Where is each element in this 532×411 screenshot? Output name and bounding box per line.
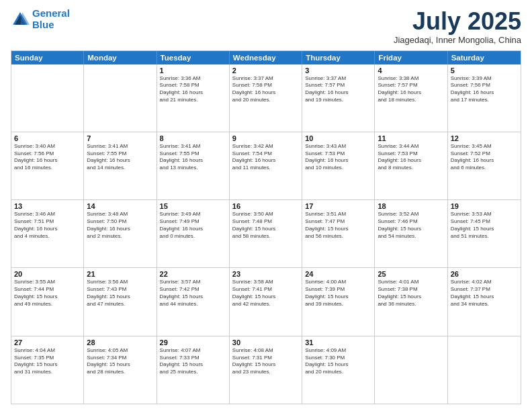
day-number: 30 [232,338,299,347]
calendar-cell: 6Sunrise: 3:40 AM Sunset: 7:56 PM Daylig… [11,132,84,199]
calendar-cell: 30Sunrise: 4:08 AM Sunset: 7:31 PM Dayli… [230,336,302,404]
calendar-cell: 28Sunrise: 4:05 AM Sunset: 7:34 PM Dayli… [84,336,157,404]
calendar-cell [84,64,157,132]
day-info: Sunrise: 4:00 AM Sunset: 7:39 PM Dayligh… [305,279,371,308]
day-info: Sunrise: 4:09 AM Sunset: 7:30 PM Dayligh… [305,347,371,376]
calendar-cell: 31Sunrise: 4:09 AM Sunset: 7:30 PM Dayli… [302,336,375,404]
day-info: Sunrise: 3:50 AM Sunset: 7:48 PM Dayligh… [232,211,299,240]
day-number: 8 [160,134,226,142]
day-number: 21 [87,270,153,278]
calendar-cell: 26Sunrise: 4:02 AM Sunset: 7:37 PM Dayli… [448,268,521,335]
day-info: Sunrise: 3:44 AM Sunset: 7:53 PM Dayligh… [378,143,444,172]
day-number: 16 [232,202,299,210]
calendar-cell: 24Sunrise: 4:00 AM Sunset: 7:39 PM Dayli… [302,268,375,335]
day-info: Sunrise: 3:41 AM Sunset: 7:55 PM Dayligh… [87,143,153,172]
calendar-cell [11,64,84,132]
calendar-cell [448,336,521,404]
day-number: 24 [305,270,371,278]
day-number: 15 [160,202,226,210]
day-header-tuesday: Tuesday [157,51,230,64]
main-title: July 2025 [394,8,521,35]
week-row-4: 20Sunrise: 3:55 AM Sunset: 7:44 PM Dayli… [11,268,521,336]
day-info: Sunrise: 4:08 AM Sunset: 7:31 PM Dayligh… [232,347,299,376]
calendar-cell: 16Sunrise: 3:50 AM Sunset: 7:48 PM Dayli… [230,200,302,267]
calendar-cell: 17Sunrise: 3:51 AM Sunset: 7:47 PM Dayli… [302,200,375,267]
day-number: 20 [14,270,81,278]
calendar-cell: 10Sunrise: 3:43 AM Sunset: 7:53 PM Dayli… [302,132,375,199]
day-number: 22 [160,270,226,278]
calendar-cell: 8Sunrise: 3:41 AM Sunset: 7:55 PM Daylig… [157,132,230,199]
day-header-monday: Monday [84,51,157,64]
title-block: July 2025 Jiagedaqi, Inner Mongolia, Chi… [394,8,521,45]
day-info: Sunrise: 3:42 AM Sunset: 7:54 PM Dayligh… [232,143,299,172]
day-number: 31 [305,338,371,347]
calendar-cell: 7Sunrise: 3:41 AM Sunset: 7:55 PM Daylig… [84,132,157,199]
day-info: Sunrise: 3:41 AM Sunset: 7:55 PM Dayligh… [160,143,226,172]
calendar-cell: 4Sunrise: 3:38 AM Sunset: 7:57 PM Daylig… [375,64,447,132]
day-info: Sunrise: 3:51 AM Sunset: 7:47 PM Dayligh… [305,211,371,240]
logo-text: General Blue [32,8,70,30]
day-info: Sunrise: 3:58 AM Sunset: 7:41 PM Dayligh… [232,279,299,308]
day-number: 7 [87,134,153,142]
day-info: Sunrise: 3:39 AM Sunset: 7:56 PM Dayligh… [451,75,518,104]
day-number: 5 [451,66,518,75]
logo: General Blue [11,8,70,30]
calendar-body: 1Sunrise: 3:36 AM Sunset: 7:58 PM Daylig… [11,64,521,404]
day-info: Sunrise: 3:46 AM Sunset: 7:51 PM Dayligh… [14,211,81,240]
day-number: 4 [378,66,444,75]
calendar-cell: 15Sunrise: 3:49 AM Sunset: 7:49 PM Dayli… [157,200,230,267]
day-header-sunday: Sunday [11,51,84,64]
day-info: Sunrise: 4:01 AM Sunset: 7:38 PM Dayligh… [378,279,444,308]
calendar-cell: 19Sunrise: 3:53 AM Sunset: 7:45 PM Dayli… [448,200,521,267]
calendar-cell: 1Sunrise: 3:36 AM Sunset: 7:58 PM Daylig… [157,64,230,132]
logo-icon [11,10,30,29]
calendar-cell: 25Sunrise: 4:01 AM Sunset: 7:38 PM Dayli… [375,268,447,335]
calendar-cell: 9Sunrise: 3:42 AM Sunset: 7:54 PM Daylig… [230,132,302,199]
day-number: 6 [14,134,81,142]
week-row-1: 1Sunrise: 3:36 AM Sunset: 7:58 PM Daylig… [11,64,521,132]
day-info: Sunrise: 4:07 AM Sunset: 7:33 PM Dayligh… [160,347,226,376]
day-number: 29 [160,338,226,347]
day-info: Sunrise: 3:37 AM Sunset: 7:58 PM Dayligh… [232,75,299,104]
day-number: 9 [232,134,299,142]
calendar-cell: 18Sunrise: 3:52 AM Sunset: 7:46 PM Dayli… [375,200,447,267]
logo-line1: General [32,7,70,19]
calendar-cell: 21Sunrise: 3:56 AM Sunset: 7:43 PM Dayli… [84,268,157,335]
day-number: 2 [232,66,299,75]
calendar-cell: 14Sunrise: 3:48 AM Sunset: 7:50 PM Dayli… [84,200,157,267]
calendar-cell: 12Sunrise: 3:45 AM Sunset: 7:52 PM Dayli… [448,132,521,199]
day-header-thursday: Thursday [302,51,375,64]
calendar-cell: 27Sunrise: 4:04 AM Sunset: 7:35 PM Dayli… [11,336,84,404]
day-number: 17 [305,202,371,210]
day-info: Sunrise: 3:55 AM Sunset: 7:44 PM Dayligh… [14,279,81,308]
calendar-cell [375,336,447,404]
day-info: Sunrise: 3:38 AM Sunset: 7:57 PM Dayligh… [378,75,444,104]
calendar-cell: 5Sunrise: 3:39 AM Sunset: 7:56 PM Daylig… [448,64,521,132]
day-number: 11 [378,134,444,142]
day-number: 27 [14,338,81,347]
day-header-wednesday: Wednesday [230,51,302,64]
day-number: 3 [305,66,371,75]
day-info: Sunrise: 3:53 AM Sunset: 7:45 PM Dayligh… [451,211,518,240]
calendar: SundayMondayTuesdayWednesdayThursdayFrid… [11,50,521,404]
day-info: Sunrise: 3:48 AM Sunset: 7:50 PM Dayligh… [87,211,153,240]
day-info: Sunrise: 4:05 AM Sunset: 7:34 PM Dayligh… [87,347,153,376]
day-info: Sunrise: 3:36 AM Sunset: 7:58 PM Dayligh… [160,75,226,104]
week-row-3: 13Sunrise: 3:46 AM Sunset: 7:51 PM Dayli… [11,200,521,268]
day-number: 13 [14,202,81,210]
day-info: Sunrise: 3:40 AM Sunset: 7:56 PM Dayligh… [14,143,81,172]
day-info: Sunrise: 3:52 AM Sunset: 7:46 PM Dayligh… [378,211,444,240]
day-info: Sunrise: 3:45 AM Sunset: 7:52 PM Dayligh… [451,143,518,172]
day-number: 28 [87,338,153,347]
day-header-saturday: Saturday [448,51,521,64]
calendar-cell: 20Sunrise: 3:55 AM Sunset: 7:44 PM Dayli… [11,268,84,335]
day-info: Sunrise: 4:02 AM Sunset: 7:37 PM Dayligh… [451,279,518,308]
calendar-cell: 23Sunrise: 3:58 AM Sunset: 7:41 PM Dayli… [230,268,302,335]
day-info: Sunrise: 3:56 AM Sunset: 7:43 PM Dayligh… [87,279,153,308]
calendar-cell: 2Sunrise: 3:37 AM Sunset: 7:58 PM Daylig… [230,64,302,132]
week-row-5: 27Sunrise: 4:04 AM Sunset: 7:35 PM Dayli… [11,336,521,404]
day-info: Sunrise: 3:57 AM Sunset: 7:42 PM Dayligh… [160,279,226,308]
day-number: 26 [451,270,518,278]
day-info: Sunrise: 3:43 AM Sunset: 7:53 PM Dayligh… [305,143,371,172]
subtitle: Jiagedaqi, Inner Mongolia, China [394,35,521,45]
